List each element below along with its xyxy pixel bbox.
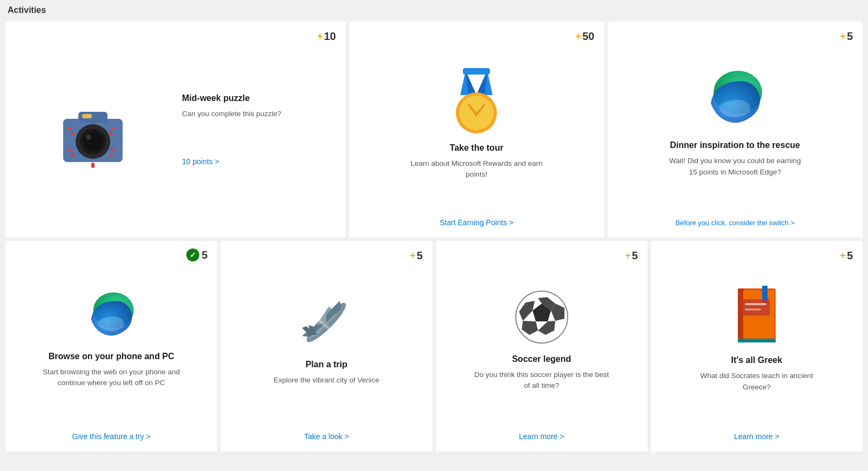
svg-rect-21 bbox=[463, 68, 490, 75]
dinner-card: + 5 bbox=[608, 22, 863, 238]
greek-body: It's all Greek What did Socrates teach i… bbox=[687, 252, 827, 427]
trip-card: + 5 bbox=[220, 241, 432, 452]
svg-rect-15 bbox=[110, 153, 112, 157]
greek-points: + 5 bbox=[840, 250, 853, 262]
trip-link[interactable]: Take a look > bbox=[304, 427, 349, 441]
dinner-title: Dinner inspiration to the rescue bbox=[670, 140, 800, 150]
edge-icon bbox=[703, 68, 768, 135]
puzzle-link[interactable]: 10 points > bbox=[182, 152, 219, 166]
svg-rect-16 bbox=[91, 163, 95, 168]
greek-title: It's all Greek bbox=[731, 355, 783, 365]
tour-title: Take the tour bbox=[450, 143, 503, 153]
svg-rect-10 bbox=[111, 127, 115, 129]
svg-rect-13 bbox=[71, 153, 73, 157]
svg-point-7 bbox=[86, 134, 91, 140]
browse-body: Browse on your phone and PC Start browsi… bbox=[41, 252, 181, 427]
browse-badge: ✓ 5 bbox=[186, 248, 207, 261]
svg-rect-8 bbox=[68, 127, 72, 129]
edge-small-icon bbox=[84, 290, 138, 346]
browse-desc: Start browsing the web on your phone and… bbox=[41, 367, 181, 389]
soccer-card: + 5 Soccer legend Do yo bbox=[436, 241, 648, 452]
svg-rect-11 bbox=[110, 131, 112, 136]
soccer-desc: Do you think this soccer player is the b… bbox=[472, 369, 612, 392]
trip-desc: Explore the vibrant city of Venice bbox=[273, 375, 379, 386]
dinner-body: Dinner inspiration to the rescue Wait! D… bbox=[665, 32, 805, 213]
svg-point-6 bbox=[83, 132, 103, 151]
puzzle-card: + 10 bbox=[5, 22, 346, 238]
svg-rect-9 bbox=[71, 131, 73, 136]
tour-link[interactable]: Start Earning Points > bbox=[440, 213, 514, 227]
svg-rect-44 bbox=[738, 339, 776, 342]
soccer-title: Soccer legend bbox=[512, 354, 571, 364]
dinner-points: + 5 bbox=[840, 30, 853, 43]
greek-desc: What did Socrates teach in ancient Greec… bbox=[687, 371, 827, 393]
soccer-link[interactable]: Learn more > bbox=[519, 427, 564, 441]
checkmark-icon: ✓ bbox=[186, 248, 199, 261]
trip-points: + 5 bbox=[410, 250, 423, 262]
browse-title: Browse on your phone and PC bbox=[49, 352, 174, 361]
svg-rect-14 bbox=[111, 149, 115, 151]
tour-desc: Learn about Microsoft Rewards and earn p… bbox=[406, 158, 547, 180]
browse-link[interactable]: Give this feature a try > bbox=[72, 427, 151, 441]
trip-title: Plan a trip bbox=[306, 360, 347, 369]
svg-rect-42 bbox=[745, 303, 766, 305]
dinner-link[interactable]: Before you click, consider the switch > bbox=[675, 213, 795, 227]
book-icon bbox=[730, 286, 784, 350]
page-title: Activities bbox=[5, 5, 863, 15]
soccer-points: + 5 bbox=[625, 250, 638, 262]
airplane-icon bbox=[297, 293, 356, 354]
svg-rect-3 bbox=[82, 114, 92, 118]
greek-card: + 5 bbox=[651, 241, 863, 452]
puzzle-content: Mid-week puzzle Can you complete this pu… bbox=[182, 93, 335, 166]
tour-points: + 50 bbox=[576, 30, 595, 43]
tour-card: + 50 bbox=[349, 22, 604, 238]
soccer-icon bbox=[512, 287, 571, 349]
camera-icon bbox=[16, 89, 169, 170]
tour-body: Take the tour Learn about Microsoft Rewa… bbox=[406, 32, 547, 213]
soccer-body: Soccer legend Do you think this soccer p… bbox=[472, 252, 612, 427]
medal-icon bbox=[447, 65, 506, 138]
trip-body: Plan a trip Explore the vibrant city of … bbox=[273, 252, 379, 427]
svg-rect-41 bbox=[742, 299, 770, 315]
puzzle-desc: Can you complete this puzzle? bbox=[182, 109, 281, 119]
browse-card: ✓ 5 bbox=[5, 241, 217, 452]
svg-rect-12 bbox=[68, 149, 72, 151]
dinner-desc: Wait! Did you know you could be earning … bbox=[665, 156, 805, 178]
greek-link[interactable]: Learn more > bbox=[734, 427, 779, 441]
puzzle-title: Mid-week puzzle bbox=[182, 93, 250, 103]
puzzle-points: + 10 bbox=[317, 30, 336, 43]
svg-rect-43 bbox=[745, 308, 761, 311]
